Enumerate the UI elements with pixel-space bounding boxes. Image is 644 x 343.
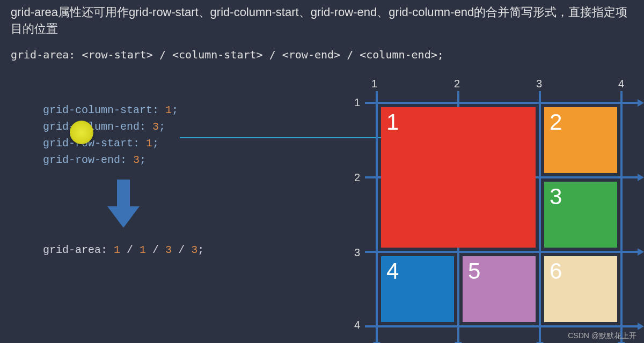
row-label-1: 1 bbox=[354, 96, 360, 109]
cursor-highlight-icon bbox=[70, 121, 93, 144]
code-line-2: grid-column-end: 3; bbox=[43, 118, 178, 135]
grid-cell-3: 3 bbox=[544, 182, 617, 248]
grid-cell-1: 1 bbox=[381, 107, 536, 248]
grid-row-line bbox=[365, 251, 639, 253]
grid-col-line bbox=[620, 91, 623, 343]
syntax-line: grid-area: <row-start> / <column-start> … bbox=[11, 48, 444, 61]
code-line-1: grid-column-start: 1; bbox=[43, 102, 178, 118]
watermark-text: CSDN @默默花上开 bbox=[568, 331, 636, 341]
grid-cell-6: 6 bbox=[544, 256, 617, 322]
longhand-code: grid-column-start: 1; grid-column-end: 3… bbox=[43, 102, 178, 168]
row-label-4: 4 bbox=[354, 319, 360, 331]
col-label-1: 1 bbox=[371, 78, 377, 90]
grid-row-line bbox=[365, 325, 639, 327]
grid-cell-2: 2 bbox=[544, 107, 617, 173]
grid-diagram: 1 2 3 4 1 2 3 4 1 2 3 4 5 6 bbox=[343, 72, 633, 335]
grid-col-line bbox=[539, 91, 541, 343]
grid-row-line bbox=[365, 102, 639, 104]
grid-wrap: 1 2 3 4 5 6 bbox=[376, 102, 623, 327]
code-line-3: grid-row-start: 1; bbox=[43, 135, 178, 152]
row-label-2: 2 bbox=[354, 172, 360, 184]
grid-col-line bbox=[376, 91, 378, 343]
col-label-2: 2 bbox=[454, 78, 460, 90]
grid-cell-4: 4 bbox=[381, 256, 454, 322]
grid-cell-5: 5 bbox=[463, 256, 536, 322]
svg-rect-0 bbox=[117, 180, 130, 206]
shorthand-code: grid-area: 1 / 1 / 3 / 3; bbox=[43, 244, 204, 256]
code-line-4: grid-row-end: 3; bbox=[43, 152, 178, 168]
col-label-4: 4 bbox=[618, 78, 624, 90]
intro-text: grid-area属性还可用作grid-row-start、grid-colum… bbox=[11, 4, 633, 38]
col-label-3: 3 bbox=[536, 78, 542, 90]
row-label-3: 3 bbox=[354, 247, 360, 259]
svg-marker-1 bbox=[107, 206, 140, 228]
down-arrow-icon bbox=[107, 180, 140, 228]
